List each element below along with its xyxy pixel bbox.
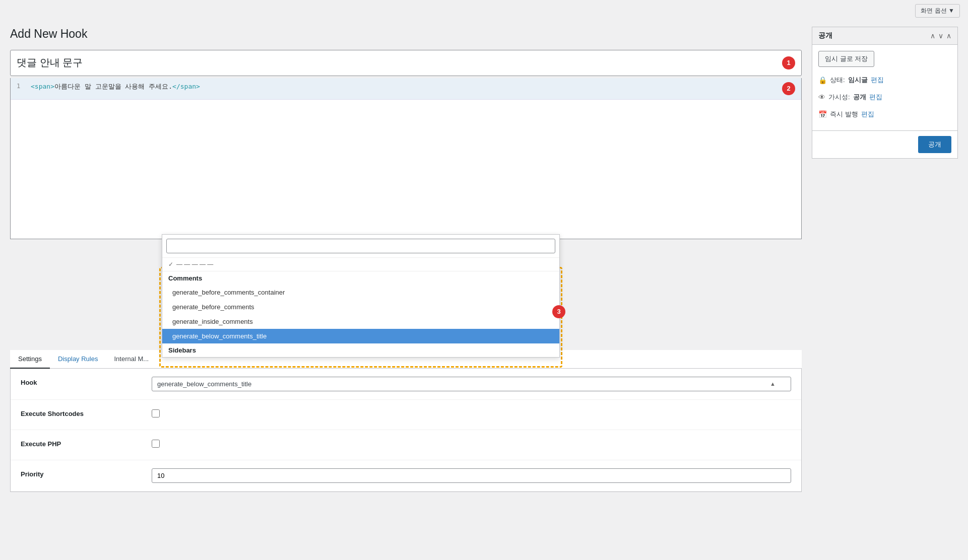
visibility-value: 공개 xyxy=(853,91,866,104)
editor-area: 1 <span>아름다운 말 고운말을 사용해 주세요.</span> 2 ✓ … xyxy=(10,78,802,239)
status-edit-link[interactable]: 편집 xyxy=(871,74,884,87)
hook-select-arrow-icon: ▲ xyxy=(770,381,776,387)
priority-input[interactable] xyxy=(152,468,791,483)
publish-meta: 🔒 상태: 임시글 편집 👁 가시성: 공개 편집 📅 즉시 발행 xyxy=(818,73,951,121)
partial-dashes: — — — — — xyxy=(176,261,213,268)
settings-row-priority: Priority xyxy=(11,460,801,492)
hook-select-display[interactable]: generate_below_comments_title ▲ xyxy=(152,377,791,391)
priority-label: Priority xyxy=(21,468,152,478)
visibility-edit-link[interactable]: 편집 xyxy=(869,91,882,104)
execute-php-label: Execute PHP xyxy=(21,438,152,448)
execute-shortcodes-label: Execute Shortcodes xyxy=(21,408,152,417)
execute-php-checkbox[interactable] xyxy=(152,440,160,448)
publish-date-edit-link[interactable]: 편집 xyxy=(861,108,874,121)
calendar-icon: 📅 xyxy=(818,107,827,121)
publish-date-label: 즉시 발행 xyxy=(830,108,858,121)
status-label: 상태: xyxy=(830,74,845,87)
hook-title-text: 댓글 안내 문구 xyxy=(17,56,777,69)
settings-row-php: Execute PHP xyxy=(11,430,801,460)
status-row: 🔒 상태: 임시글 편집 xyxy=(818,73,951,87)
badge-2: 2 xyxy=(782,82,795,95)
code-span-open: <span> xyxy=(31,83,54,90)
hook-dropdown[interactable]: ✓ — — — — — Comments generate_before_com… xyxy=(162,234,560,358)
hook-select-text: generate_below_comments_title xyxy=(157,380,251,388)
save-draft-button[interactable]: 임시 글로 저장 xyxy=(818,51,874,67)
dropdown-item-3-selected[interactable]: generate_below_comments_title xyxy=(162,329,559,343)
execute-shortcodes-value xyxy=(152,408,791,419)
hook-title-row: 댓글 안내 문구 1 xyxy=(10,50,802,76)
hook-label: Hook xyxy=(21,377,152,386)
dropdown-search-area xyxy=(162,235,559,258)
dropdown-group-comments: Comments xyxy=(162,271,559,285)
publish-box-title: 공개 xyxy=(818,31,832,40)
editor-line-1: 1 <span>아름다운 말 고운말을 사용해 주세요.</span> 2 xyxy=(11,78,801,100)
hook-value-container[interactable]: generate_below_comments_title ▲ xyxy=(152,377,791,391)
tab-settings[interactable]: Settings xyxy=(10,350,50,369)
right-panel: 공개 ∧ ∨ ∧ 임시 글로 저장 🔒 상태: 임시글 편집 xyxy=(812,27,958,492)
settings-section: Hook generate_below_comments_title ▲ Exe… xyxy=(10,369,802,492)
code-content: <span>아름다운 말 고운말을 사용해 주세요.</span> xyxy=(31,82,776,91)
badge-1: 1 xyxy=(782,56,795,69)
publish-box: 공개 ∧ ∨ ∧ 임시 글로 저장 🔒 상태: 임시글 편집 xyxy=(812,27,958,159)
publish-date-row: 📅 즉시 발행 편집 xyxy=(818,107,951,121)
line-number: 1 xyxy=(17,82,25,90)
execute-shortcodes-checkbox[interactable] xyxy=(152,409,160,417)
dropdown-search-input[interactable] xyxy=(166,239,555,253)
badge-3: 3 xyxy=(552,305,565,318)
dropdown-item-0[interactable]: generate_before_comments_container xyxy=(162,285,559,300)
settings-row-hook: Hook generate_below_comments_title ▲ xyxy=(11,369,801,400)
publish-header: 공개 ∧ ∨ ∧ xyxy=(812,27,957,45)
code-span-close: </span> xyxy=(172,83,200,90)
execute-php-value xyxy=(152,438,791,449)
dropdown-item-1[interactable]: generate_before_comments xyxy=(162,300,559,314)
visibility-row: 👁 가시성: 공개 편집 xyxy=(818,90,951,104)
page-title: Add New Hook xyxy=(10,27,802,42)
screen-options-button[interactable]: 화면 옵션 ▼ xyxy=(915,4,960,18)
dropdown-item-2[interactable]: generate_inside_comments xyxy=(162,314,559,329)
lock-icon: 🔒 xyxy=(818,73,827,87)
top-bar: 화면 옵션 ▼ xyxy=(0,0,968,22)
main-content: Add New Hook 댓글 안내 문구 1 1 <span>아름다운 말 고… xyxy=(0,22,968,502)
settings-row-shortcodes: Execute Shortcodes xyxy=(11,400,801,430)
publish-header-icons: ∧ ∨ ∧ xyxy=(930,32,951,40)
visibility-label: 가시성: xyxy=(828,91,850,104)
tab-internal-m[interactable]: Internal M... xyxy=(106,350,157,369)
checkmark-icon: ✓ xyxy=(168,261,173,268)
chevron-up-icon[interactable]: ∧ xyxy=(930,32,935,40)
priority-value xyxy=(152,468,791,483)
dropdown-group-sidebars: Sidebars xyxy=(162,343,559,357)
publish-body: 임시 글로 저장 🔒 상태: 임시글 편집 👁 가시성: 공개 편집 xyxy=(812,45,957,130)
left-panel: Add New Hook 댓글 안내 문구 1 1 <span>아름다운 말 고… xyxy=(10,27,802,492)
dropdown-partial-row: ✓ — — — — — xyxy=(162,258,559,271)
expand-icon[interactable]: ∧ xyxy=(946,32,951,40)
publish-footer: 공개 xyxy=(812,130,957,158)
code-korean-text: 아름다운 말 고운말을 사용해 주세요. xyxy=(54,83,172,90)
eye-icon: 👁 xyxy=(818,90,825,104)
publish-button[interactable]: 공개 xyxy=(918,136,951,153)
chevron-down-icon[interactable]: ∨ xyxy=(938,32,943,40)
tab-display-rules[interactable]: Display Rules xyxy=(50,350,106,369)
status-value: 임시글 xyxy=(848,74,868,87)
